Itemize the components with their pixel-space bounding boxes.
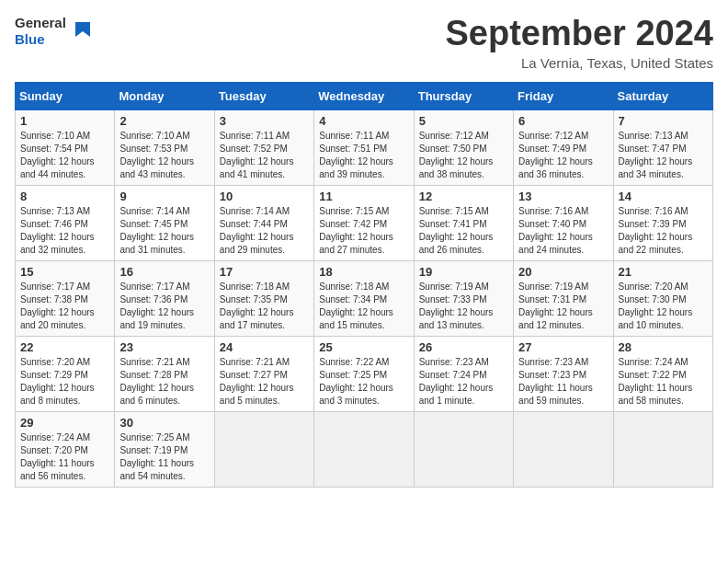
day-number: 19 [419,265,508,279]
day-info: Sunrise: 7:19 AM Sunset: 7:31 PM Dayligh… [518,281,608,332]
page-header: General Blue September 2024 La Vernia, T… [15,15,713,71]
day-info: Sunrise: 7:24 AM Sunset: 7:20 PM Dayligh… [20,431,109,483]
day-number: 26 [419,340,508,354]
calendar-day-cell: 6Sunrise: 7:12 AM Sunset: 7:49 PM Daylig… [514,109,613,185]
calendar-week-row: 29Sunrise: 7:24 AM Sunset: 7:20 PM Dayli… [16,411,713,487]
calendar-day-cell: 10Sunrise: 7:14 AM Sunset: 7:44 PM Dayli… [214,185,313,260]
day-info: Sunrise: 7:15 AM Sunset: 7:41 PM Dayligh… [419,205,508,257]
day-number: 15 [20,265,109,279]
day-number: 7 [619,114,708,128]
weekday-header-wednesday: Wednesday [314,82,414,109]
calendar-day-cell: 4Sunrise: 7:11 AM Sunset: 7:51 PM Daylig… [314,109,414,185]
day-info: Sunrise: 7:17 AM Sunset: 7:36 PM Dayligh… [119,281,209,332]
calendar-day-cell: 7Sunrise: 7:13 AM Sunset: 7:47 PM Daylig… [613,109,712,185]
day-info: Sunrise: 7:21 AM Sunset: 7:28 PM Dayligh… [119,356,209,408]
day-info: Sunrise: 7:16 AM Sunset: 7:40 PM Dayligh… [518,205,608,257]
weekday-header-saturday: Saturday [613,82,712,109]
day-info: Sunrise: 7:13 AM Sunset: 7:47 PM Dayligh… [619,130,708,181]
day-number: 16 [119,265,209,279]
calendar-day-cell: 29Sunrise: 7:24 AM Sunset: 7:20 PM Dayli… [16,411,115,487]
day-info: Sunrise: 7:18 AM Sunset: 7:34 PM Dayligh… [319,281,408,332]
calendar-day-cell: 14Sunrise: 7:16 AM Sunset: 7:39 PM Dayli… [613,185,712,260]
day-info: Sunrise: 7:25 AM Sunset: 7:19 PM Dayligh… [119,431,209,483]
day-number: 4 [319,114,408,128]
day-info: Sunrise: 7:11 AM Sunset: 7:52 PM Dayligh… [220,130,309,181]
calendar-day-cell: 23Sunrise: 7:21 AM Sunset: 7:28 PM Dayli… [115,336,214,411]
day-number: 1 [20,114,109,128]
calendar-day-cell: 1Sunrise: 7:10 AM Sunset: 7:54 PM Daylig… [16,109,115,185]
calendar-day-cell: 3Sunrise: 7:11 AM Sunset: 7:52 PM Daylig… [214,109,313,185]
weekday-header-sunday: Sunday [16,82,115,109]
calendar-table: SundayMondayTuesdayWednesdayThursdayFrid… [15,82,713,488]
day-info: Sunrise: 7:14 AM Sunset: 7:44 PM Dayligh… [220,205,309,257]
weekday-header-row: SundayMondayTuesdayWednesdayThursdayFrid… [16,82,713,109]
day-number: 24 [220,340,309,354]
weekday-header-tuesday: Tuesday [214,82,313,109]
day-number: 29 [20,416,109,430]
day-number: 22 [20,340,109,354]
day-number: 27 [518,340,608,354]
day-info: Sunrise: 7:23 AM Sunset: 7:24 PM Dayligh… [419,356,508,408]
logo-text-general: General [15,15,66,30]
calendar-day-cell: 30Sunrise: 7:25 AM Sunset: 7:19 PM Dayli… [115,411,214,487]
calendar-week-row: 8Sunrise: 7:13 AM Sunset: 7:46 PM Daylig… [16,185,713,260]
day-info: Sunrise: 7:13 AM Sunset: 7:46 PM Dayligh… [20,205,109,257]
calendar-day-cell [314,411,414,487]
calendar-week-row: 22Sunrise: 7:20 AM Sunset: 7:29 PM Dayli… [16,336,713,411]
day-number: 25 [319,340,408,354]
day-number: 2 [119,114,209,128]
day-info: Sunrise: 7:15 AM Sunset: 7:42 PM Dayligh… [319,205,408,257]
day-number: 8 [20,190,109,203]
calendar-day-cell: 16Sunrise: 7:17 AM Sunset: 7:36 PM Dayli… [115,260,214,336]
calendar-day-cell: 18Sunrise: 7:18 AM Sunset: 7:34 PM Dayli… [314,260,414,336]
day-info: Sunrise: 7:18 AM Sunset: 7:35 PM Dayligh… [220,281,309,332]
day-info: Sunrise: 7:16 AM Sunset: 7:39 PM Dayligh… [619,205,708,257]
day-info: Sunrise: 7:19 AM Sunset: 7:33 PM Dayligh… [419,281,508,332]
day-number: 21 [619,265,708,279]
day-info: Sunrise: 7:10 AM Sunset: 7:53 PM Dayligh… [119,130,209,181]
calendar-day-cell [613,411,712,487]
calendar-title: September 2024 [446,15,714,53]
day-number: 28 [619,340,708,354]
day-info: Sunrise: 7:12 AM Sunset: 7:50 PM Dayligh… [419,130,508,181]
svg-marker-0 [75,22,90,37]
calendar-location: La Vernia, Texas, United States [446,55,714,71]
calendar-day-cell: 20Sunrise: 7:19 AM Sunset: 7:31 PM Dayli… [514,260,613,336]
calendar-day-cell: 19Sunrise: 7:19 AM Sunset: 7:33 PM Dayli… [414,260,513,336]
calendar-day-cell: 15Sunrise: 7:17 AM Sunset: 7:38 PM Dayli… [16,260,115,336]
day-number: 17 [220,265,309,279]
calendar-day-cell: 22Sunrise: 7:20 AM Sunset: 7:29 PM Dayli… [16,336,115,411]
day-info: Sunrise: 7:20 AM Sunset: 7:30 PM Dayligh… [619,281,708,332]
calendar-day-cell: 13Sunrise: 7:16 AM Sunset: 7:40 PM Dayli… [514,185,613,260]
day-number: 23 [119,340,209,354]
calendar-day-cell: 25Sunrise: 7:22 AM Sunset: 7:25 PM Dayli… [314,336,414,411]
title-block: September 2024 La Vernia, Texas, United … [446,15,714,71]
weekday-header-friday: Friday [514,82,613,109]
calendar-day-cell: 24Sunrise: 7:21 AM Sunset: 7:27 PM Dayli… [214,336,313,411]
day-number: 18 [319,265,408,279]
day-number: 20 [518,265,608,279]
day-info: Sunrise: 7:12 AM Sunset: 7:49 PM Dayligh… [518,130,608,181]
day-info: Sunrise: 7:10 AM Sunset: 7:54 PM Dayligh… [20,130,109,181]
day-number: 13 [518,190,608,203]
calendar-day-cell: 17Sunrise: 7:18 AM Sunset: 7:35 PM Dayli… [214,260,313,336]
calendar-day-cell [214,411,313,487]
logo-text-blue: Blue [15,31,45,47]
day-number: 9 [119,190,209,203]
calendar-day-cell: 21Sunrise: 7:20 AM Sunset: 7:30 PM Dayli… [613,260,712,336]
day-number: 6 [518,114,608,128]
day-info: Sunrise: 7:14 AM Sunset: 7:45 PM Dayligh… [119,205,209,257]
day-number: 30 [119,416,209,430]
day-info: Sunrise: 7:20 AM Sunset: 7:29 PM Dayligh… [20,356,109,408]
day-info: Sunrise: 7:24 AM Sunset: 7:22 PM Dayligh… [619,356,708,408]
day-info: Sunrise: 7:22 AM Sunset: 7:25 PM Dayligh… [319,356,408,408]
day-number: 3 [220,114,309,128]
day-number: 11 [319,190,408,203]
day-info: Sunrise: 7:17 AM Sunset: 7:38 PM Dayligh… [20,281,109,332]
calendar-day-cell: 2Sunrise: 7:10 AM Sunset: 7:53 PM Daylig… [115,109,214,185]
calendar-day-cell: 11Sunrise: 7:15 AM Sunset: 7:42 PM Dayli… [314,185,414,260]
day-info: Sunrise: 7:21 AM Sunset: 7:27 PM Dayligh… [220,356,309,408]
calendar-week-row: 1Sunrise: 7:10 AM Sunset: 7:54 PM Daylig… [16,109,713,185]
day-info: Sunrise: 7:23 AM Sunset: 7:23 PM Dayligh… [518,356,608,408]
calendar-day-cell: 26Sunrise: 7:23 AM Sunset: 7:24 PM Dayli… [414,336,513,411]
